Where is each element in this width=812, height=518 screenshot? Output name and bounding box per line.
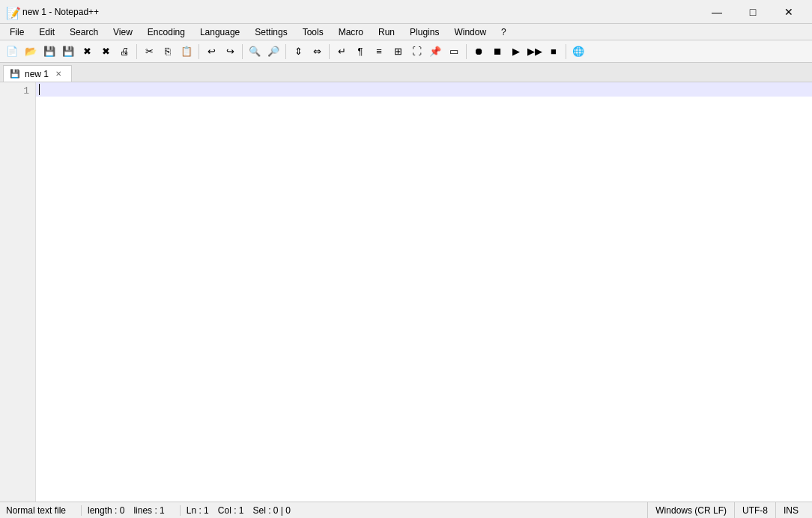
postit-btn[interactable]: 📌	[426, 43, 444, 61]
toolbar-separator	[199, 44, 199, 59]
toolbar-separator	[329, 44, 330, 59]
line-number-1: 1	[0, 84, 35, 98]
menu-item-run[interactable]: Run	[372, 25, 402, 40]
close-window-button[interactable]: ✕	[772, 2, 806, 22]
editor-content[interactable]	[36, 82, 812, 502]
distraction-btn[interactable]: ▭	[445, 43, 463, 61]
status-right-group: Windows (CR LF) UTF-8 INS	[647, 502, 806, 519]
app-icon: 📝	[6, 6, 18, 18]
open-file-btn[interactable]: 📂	[22, 43, 40, 61]
paste-btn[interactable]: 📋	[178, 43, 196, 61]
menu-item-settings[interactable]: Settings	[248, 25, 294, 40]
menu-item-?[interactable]: ?	[494, 25, 513, 40]
save-all-btn[interactable]: 💾	[59, 43, 77, 61]
window-controls: — □ ✕	[700, 2, 806, 22]
status-sel: Sel : 0 | 0	[252, 505, 299, 516]
menu-item-view[interactable]: View	[106, 25, 139, 40]
toolbar-separator	[566, 44, 566, 59]
menu-item-window[interactable]: Window	[447, 25, 493, 40]
menu-bar: FileEditSearchViewEncodingLanguageSettin…	[0, 24, 812, 40]
status-separator-1	[81, 505, 82, 516]
menu-item-file[interactable]: File	[3, 25, 31, 40]
browser-btn[interactable]: 🌐	[569, 43, 587, 61]
menu-item-tools[interactable]: Tools	[296, 25, 330, 40]
tab-label: new 1	[25, 69, 49, 79]
editor-line-1[interactable]	[36, 82, 812, 97]
fullscreen-btn[interactable]: ⛶	[407, 43, 425, 61]
run-multi-btn[interactable]: ▶▶	[526, 43, 544, 61]
tab-close-button[interactable]: ✕	[53, 69, 64, 79]
status-file-type: Normal text file	[6, 505, 75, 516]
wordwrap-btn[interactable]: ↵	[333, 43, 351, 61]
editor-container: 1	[0, 82, 812, 502]
status-ins: INS	[775, 502, 806, 519]
line-numbers: 1	[0, 82, 36, 502]
copy-btn[interactable]: ⎘	[159, 43, 177, 61]
status-ln: Ln : 1	[187, 505, 218, 516]
toolbar: 📄📂💾💾✖✖🖨✂⎘📋↩↪🔍🔎⇕⇔↵¶≡⊞⛶📌▭⏺⏹▶▶▶■🌐	[0, 40, 812, 63]
redo-btn[interactable]: ↪	[221, 43, 239, 61]
stop-macro-btn[interactable]: ■	[545, 43, 563, 61]
menu-item-edit[interactable]: Edit	[32, 25, 61, 40]
toolbar-separator	[285, 44, 286, 59]
menu-item-macro[interactable]: Macro	[332, 25, 370, 40]
close-btn[interactable]: ✖	[78, 43, 96, 61]
undo-btn[interactable]: ↩	[202, 43, 220, 61]
cut-btn[interactable]: ✂	[140, 43, 158, 61]
run-macro-btn[interactable]: ▶	[507, 43, 525, 61]
status-bar: Normal text file length : 0 lines : 1 Ln…	[0, 502, 812, 518]
stop-record-btn[interactable]: ⏹	[488, 43, 506, 61]
print-btn[interactable]: 🖨	[115, 43, 133, 61]
minimize-button[interactable]: —	[700, 2, 734, 22]
toolbar-separator	[136, 44, 137, 59]
title-bar: 📝 new 1 - Notepad++ — □ ✕	[0, 0, 812, 24]
menu-item-plugins[interactable]: Plugins	[403, 25, 446, 40]
indent-btn[interactable]: ≡	[370, 43, 388, 61]
close-all-btn[interactable]: ✖	[97, 43, 115, 61]
zoom-restore-btn[interactable]: ⊞	[389, 43, 407, 61]
tab-bar: 💾 new 1 ✕	[0, 63, 812, 82]
status-eol: Windows (CR LF)	[647, 502, 734, 519]
status-length: length : 0	[88, 505, 133, 516]
tab-new1[interactable]: 💾 new 1 ✕	[3, 65, 72, 82]
find-btn[interactable]: 🔍	[246, 43, 264, 61]
sync-v-btn[interactable]: ⇕	[289, 43, 307, 61]
maximize-button[interactable]: □	[736, 2, 770, 22]
menu-item-encoding[interactable]: Encoding	[141, 25, 192, 40]
save-btn[interactable]: 💾	[40, 43, 58, 61]
status-lines: lines : 1	[133, 505, 173, 516]
status-separator-2	[180, 505, 181, 516]
tab-save-icon: 💾	[10, 69, 20, 79]
menu-item-language[interactable]: Language	[193, 25, 246, 40]
find-replace-btn[interactable]: 🔎	[264, 43, 282, 61]
menu-item-search[interactable]: Search	[63, 25, 105, 40]
toolbar-separator	[466, 44, 467, 59]
toolbar-separator	[242, 44, 243, 59]
status-col: Col : 1	[218, 505, 253, 516]
text-cursor	[39, 84, 40, 95]
status-encoding: UTF-8	[734, 502, 775, 519]
window-title: new 1 - Notepad++	[22, 7, 700, 17]
sync-h-btn[interactable]: ⇔	[308, 43, 326, 61]
record-btn[interactable]: ⏺	[470, 43, 488, 61]
new-file-btn[interactable]: 📄	[3, 43, 21, 61]
show-chars-btn[interactable]: ¶	[351, 43, 369, 61]
